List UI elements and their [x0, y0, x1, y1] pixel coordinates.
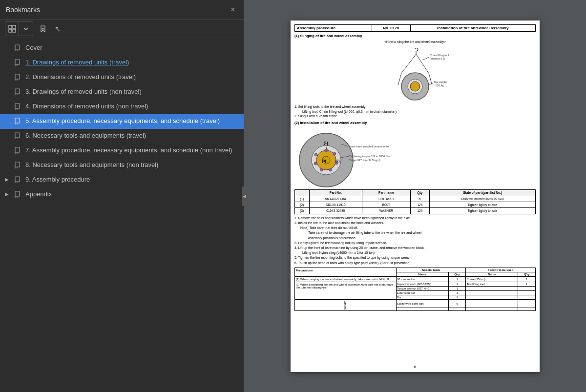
parts-row-3: (3) 01643-32480 WASHER 126 Tighten light…	[295, 208, 536, 214]
svg-text:Target 927 Nm (94.5 kgm): Target 927 Nm (94.5 kgm)	[349, 159, 380, 162]
section1-title: (1) Slinging of tire and wheel assembly	[294, 34, 536, 39]
bookmark-item-4[interactable]: 4. Dimensions of removed units (non trav…	[0, 100, 244, 114]
bookmark-item-3[interactable]: 3. Drawings of removed units (non travel…	[0, 85, 244, 100]
bookmark-flag-icon-8	[15, 162, 22, 168]
svg-rect-0	[9, 25, 12, 28]
svg-text:(3): (3)	[322, 159, 326, 163]
flag-icon-3	[15, 88, 20, 95]
bookmark-label-4: 4. Dimensions of removed units (non trav…	[25, 102, 238, 111]
svg-line-37	[422, 57, 429, 60]
bookmark-flag-icon-7	[15, 147, 22, 154]
bookmark-item-7[interactable]: 7. Assembly procedure, necessary equipme…	[0, 144, 244, 158]
bookmarks-list: Cover 1. Drawings of removed units (trav…	[0, 38, 244, 392]
step-install-note3: assembly position is determined.	[308, 236, 536, 241]
panel-title: Bookmarks	[6, 6, 40, 14]
bookmark-item-9[interactable]: ▶ 9. Assembly procedure	[0, 173, 244, 187]
bookmark-item-cover[interactable]: Cover	[0, 41, 244, 56]
bookmark-item-2[interactable]: 2. Dimensions of removed units (travel)	[0, 70, 244, 85]
svg-line-29	[416, 54, 429, 73]
flag-icon-2	[15, 74, 20, 81]
flag-icon-1	[15, 59, 20, 66]
flag-icon-7	[15, 147, 20, 154]
bookmark-item-appendix[interactable]: ▶ Appendix	[0, 187, 244, 202]
bookmark-label-9: 9. Assembly procedure	[25, 175, 238, 184]
bookmarks-panel: Bookmarks ×	[0, 0, 244, 392]
bookmark-flag-icon-3	[15, 88, 22, 95]
bookmark-add-icon	[39, 25, 47, 33]
section2-title: (2) Installation of tire and wheel assem…	[294, 121, 536, 126]
svg-line-30	[398, 73, 401, 85]
step-install-note2: Take care not to damage the air filling …	[308, 230, 536, 235]
bottom-precautions-table: Precautions Special tools Facility to be…	[294, 268, 536, 311]
step-install-1: 1. Remove the bolts and washers which ha…	[294, 216, 536, 221]
pdf-header-table: Assembly procedure No. 0170 Installation…	[294, 24, 536, 32]
flag-icon-4	[15, 103, 20, 110]
svg-rect-3	[13, 29, 16, 32]
bookmark-label-1: 1. Drawings of removed units (travel)	[25, 58, 238, 67]
bottom-row-1: (1) When carrying the tire and wheel ass…	[295, 276, 536, 282]
bookmark-expand-appendix[interactable]: ▶	[5, 191, 13, 198]
grid-icon	[8, 25, 16, 33]
bookmark-label-8: 8. Necessary tools and equipments (non t…	[25, 161, 238, 169]
bookmark-item-1[interactable]: 1. Drawings of removed units (travel)	[0, 56, 244, 70]
close-button[interactable]: ×	[228, 5, 238, 15]
step-install-6: 6. Touch up the head of bolts with spray…	[294, 261, 536, 266]
flag-icon-9	[15, 176, 20, 183]
bookmark-expand-2	[5, 74, 13, 81]
bookmark-label-7: 7. Assembly procedure, necessary equipme…	[25, 146, 238, 155]
step-install-note: Note) Take care that tires do not fall o…	[300, 226, 536, 230]
install-steps: 1. Remove the bolts and washers which ha…	[294, 216, 536, 266]
svg-rect-1	[13, 25, 16, 28]
parts-table: Part No. Part name Qty State of part (pa…	[294, 189, 536, 214]
bookmark-expand-3	[5, 88, 13, 95]
bookmark-flag-icon-1	[15, 59, 22, 66]
pdf-header-col2: No. 0170	[372, 24, 410, 31]
svg-point-49	[320, 168, 323, 171]
flag-icon-5	[15, 118, 20, 124]
bookmark-expand-cover	[5, 44, 13, 51]
bookmark-label-2: 2. Dimensions of removed units (travel)	[25, 73, 238, 82]
bookmark-expand-7	[5, 147, 13, 154]
bottom-row-6: Others Spray type paint can 6	[295, 299, 536, 308]
svg-point-46	[333, 152, 336, 155]
flag-icon	[15, 44, 20, 51]
bookmark-label-cover: Cover	[25, 43, 238, 52]
bookmark-flag-icon-6	[15, 132, 22, 139]
svg-text:(2): (2)	[335, 159, 340, 163]
panel-collapse-handle[interactable]: ◀	[242, 186, 247, 206]
step-install-4: 4. Lift up the front of bare machine by …	[294, 246, 536, 250]
step-sling-1a: Lifting tool: Chain lifting tool (L4000,…	[302, 109, 536, 114]
svg-text:Tire weight: Tire weight	[434, 81, 447, 83]
svg-text:Chain lifting tool: Chain lifting tool	[430, 54, 449, 57]
panel-toolbar: ↖	[0, 20, 244, 38]
tire-sling-svg: Chain lifting tool (endless x 2) Tire we…	[366, 46, 464, 103]
toolbar-button-group	[5, 21, 33, 36]
grid-view-button[interactable]	[5, 22, 19, 36]
bookmark-flag-icon-5	[15, 118, 22, 124]
bookmark-flag-icon-9	[15, 176, 22, 183]
step-sling-1: 1. Set lifting tools to the tire and whe…	[294, 104, 536, 109]
bookmark-label-appendix: Appendix	[25, 190, 238, 199]
parts-row-2: (2) SID-30-11910 BOLT 126 Tighten lightl…	[295, 202, 536, 208]
bookmark-expand-8	[5, 162, 13, 168]
svg-line-40	[429, 83, 433, 84]
section1-subtitle: <How to sling the tire and wheel assembl…	[294, 40, 536, 44]
pdf-panel: Assembly procedure No. 0170 Installation…	[244, 0, 586, 392]
bookmark-item-8[interactable]: 8. Necessary tools and equipments (non t…	[0, 158, 244, 173]
pdf-section1: (1) Slinging of tire and wheel assembly …	[294, 34, 536, 266]
bookmark-expand-4	[5, 103, 13, 110]
bookmark-label-3: 3. Drawings of removed units (non travel…	[25, 87, 238, 96]
bookmark-expand-6	[5, 132, 13, 139]
flag-icon-appendix	[15, 191, 20, 198]
flag-icon-8	[15, 162, 20, 168]
bookmark-expand-5	[5, 118, 13, 124]
bookmark-item-6[interactable]: 6. Necessary tools and equipments (trave…	[0, 129, 244, 144]
dropdown-button[interactable]	[19, 22, 33, 36]
tire-sling-diagram: Chain lifting tool (endless x 2) Tire we…	[294, 46, 536, 103]
panel-header: Bookmarks ×	[0, 0, 244, 20]
bookmark-add-button[interactable]	[36, 22, 50, 36]
bookmark-expand-1	[5, 59, 13, 66]
bookmark-item-5-active[interactable]: 5. Assembly procedure, necessary equipme…	[0, 114, 244, 129]
bookmark-expand-9[interactable]: ▶	[5, 176, 13, 183]
page-number: 6	[414, 365, 416, 369]
